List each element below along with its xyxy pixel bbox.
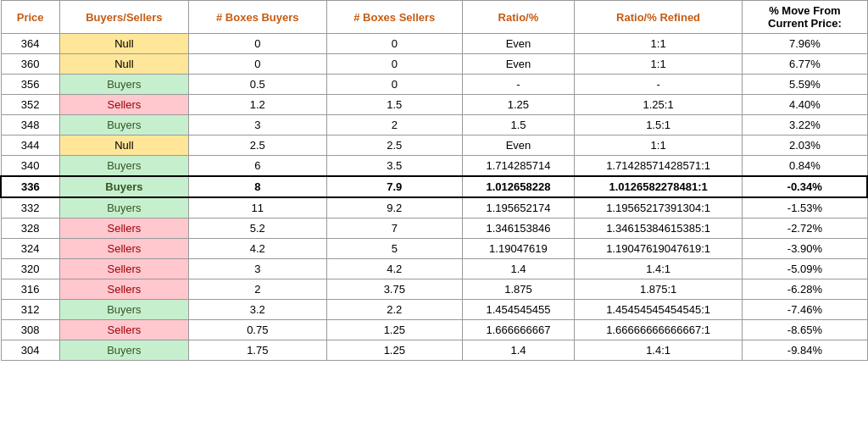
cell-price: 324 — [1, 239, 59, 259]
cell-price: 344 — [1, 136, 59, 156]
cell-ratio: 1.714285714 — [463, 156, 575, 177]
cell-move-from: -6.28% — [743, 279, 867, 300]
cell-price: 308 — [1, 320, 59, 340]
cell-boxes-sellers: 0 — [326, 34, 462, 54]
table-row: 304Buyers1.751.251.41.4:1-9.84% — [1, 340, 867, 361]
cell-boxes-sellers: 1.25 — [326, 340, 462, 361]
cell-ratio: - — [463, 75, 575, 95]
header-move-from: % Move FromCurrent Price: — [743, 1, 867, 34]
cell-ratio-refined: 1.19047619047619:1 — [574, 239, 742, 259]
cell-ratio: 1.4 — [463, 340, 575, 361]
cell-buyers-sellers: Buyers — [59, 300, 188, 320]
cell-buyers-sellers: Sellers — [59, 320, 188, 340]
cell-move-from: -3.90% — [743, 239, 867, 259]
cell-boxes-buyers: 1.2 — [189, 95, 327, 115]
cell-ratio-refined: 1.25:1 — [574, 95, 742, 115]
cell-boxes-buyers: 5.2 — [189, 219, 327, 239]
cell-move-from: 3.22% — [743, 115, 867, 136]
cell-ratio-refined: 1:1 — [574, 136, 742, 156]
table-row: 312Buyers3.22.21.4545454551.454545454545… — [1, 300, 867, 320]
table-row: 356Buyers0.50--5.59% — [1, 75, 867, 95]
cell-price: 312 — [1, 300, 59, 320]
cell-price: 328 — [1, 219, 59, 239]
cell-boxes-buyers: 6 — [189, 156, 327, 177]
cell-price: 332 — [1, 197, 59, 219]
header-ratio-refined: Ratio/% Refined — [574, 1, 742, 34]
cell-boxes-sellers: 7.9 — [326, 176, 462, 197]
cell-ratio-refined: 1.45454545454545:1 — [574, 300, 742, 320]
cell-boxes-sellers: 3.5 — [326, 156, 462, 177]
cell-boxes-buyers: 11 — [189, 197, 327, 219]
cell-ratio-refined: - — [574, 75, 742, 95]
cell-boxes-sellers: 7 — [326, 219, 462, 239]
cell-price: 360 — [1, 54, 59, 75]
cell-boxes-sellers: 4.2 — [326, 259, 462, 279]
cell-boxes-buyers: 0 — [189, 34, 327, 54]
cell-ratio: 1.666666667 — [463, 320, 575, 340]
cell-price: 316 — [1, 279, 59, 300]
cell-price: 352 — [1, 95, 59, 115]
cell-ratio-refined: 1.4:1 — [574, 259, 742, 279]
cell-buyers-sellers: Buyers — [59, 340, 188, 361]
cell-boxes-buyers: 0.5 — [189, 75, 327, 95]
cell-move-from: 6.77% — [743, 54, 867, 75]
header-boxes-buyers: # Boxes Buyers — [189, 1, 327, 34]
table-row: 336Buyers87.91.0126582281.0126582278481:… — [1, 176, 867, 197]
cell-ratio-refined: 1.0126582278481:1 — [574, 176, 742, 197]
cell-ratio-refined: 1.71428571428571:1 — [574, 156, 742, 177]
cell-boxes-sellers: 1.5 — [326, 95, 462, 115]
cell-ratio: 1.012658228 — [463, 176, 575, 197]
cell-move-from: 7.96% — [743, 34, 867, 54]
cell-ratio: 1.346153846 — [463, 219, 575, 239]
cell-buyers-sellers: Null — [59, 34, 188, 54]
cell-boxes-buyers: 0 — [189, 54, 327, 75]
cell-buyers-sellers: Null — [59, 54, 188, 75]
cell-boxes-buyers: 3.2 — [189, 300, 327, 320]
cell-boxes-buyers: 2 — [189, 279, 327, 300]
cell-buyers-sellers: Sellers — [59, 259, 188, 279]
cell-buyers-sellers: Buyers — [59, 176, 188, 197]
cell-ratio: Even — [463, 136, 575, 156]
cell-boxes-sellers: 0 — [326, 75, 462, 95]
cell-buyers-sellers: Null — [59, 136, 188, 156]
cell-move-from: -7.46% — [743, 300, 867, 320]
table-row: 320Sellers34.21.41.4:1-5.09% — [1, 259, 867, 279]
cell-ratio: 1.5 — [463, 115, 575, 136]
main-table: Price Buyers/Sellers # Boxes Buyers # Bo… — [0, 0, 868, 361]
cell-boxes-sellers: 9.2 — [326, 197, 462, 219]
cell-ratio: 1.4 — [463, 259, 575, 279]
cell-move-from: -8.65% — [743, 320, 867, 340]
cell-price: 340 — [1, 156, 59, 177]
cell-boxes-sellers: 3.75 — [326, 279, 462, 300]
cell-ratio: Even — [463, 54, 575, 75]
cell-boxes-buyers: 4.2 — [189, 239, 327, 259]
cell-ratio: 1.195652174 — [463, 197, 575, 219]
cell-move-from: -0.34% — [743, 176, 867, 197]
cell-move-from: 5.59% — [743, 75, 867, 95]
cell-boxes-buyers: 2.5 — [189, 136, 327, 156]
cell-ratio-refined: 1:1 — [574, 54, 742, 75]
table-row: 340Buyers63.51.7142857141.71428571428571… — [1, 156, 867, 177]
cell-ratio: 1.454545455 — [463, 300, 575, 320]
table-row: 328Sellers5.271.3461538461.3461538461538… — [1, 219, 867, 239]
cell-ratio: Even — [463, 34, 575, 54]
cell-boxes-buyers: 3 — [189, 115, 327, 136]
cell-boxes-buyers: 0.75 — [189, 320, 327, 340]
table-row: 316Sellers23.751.8751.875:1-6.28% — [1, 279, 867, 300]
cell-ratio-refined: 1:1 — [574, 34, 742, 54]
cell-ratio: 1.25 — [463, 95, 575, 115]
cell-ratio: 1.19047619 — [463, 239, 575, 259]
cell-move-from: -1.53% — [743, 197, 867, 219]
cell-price: 356 — [1, 75, 59, 95]
cell-move-from: 0.84% — [743, 156, 867, 177]
cell-buyers-sellers: Buyers — [59, 115, 188, 136]
cell-ratio-refined: 1.5:1 — [574, 115, 742, 136]
cell-ratio-refined: 1.875:1 — [574, 279, 742, 300]
cell-boxes-sellers: 2.5 — [326, 136, 462, 156]
table-row: 348Buyers321.51.5:13.22% — [1, 115, 867, 136]
header-ratio: Ratio/% — [463, 1, 575, 34]
cell-boxes-sellers: 0 — [326, 54, 462, 75]
cell-buyers-sellers: Buyers — [59, 75, 188, 95]
cell-price: 348 — [1, 115, 59, 136]
header-boxes-sellers: # Boxes Sellers — [326, 1, 462, 34]
